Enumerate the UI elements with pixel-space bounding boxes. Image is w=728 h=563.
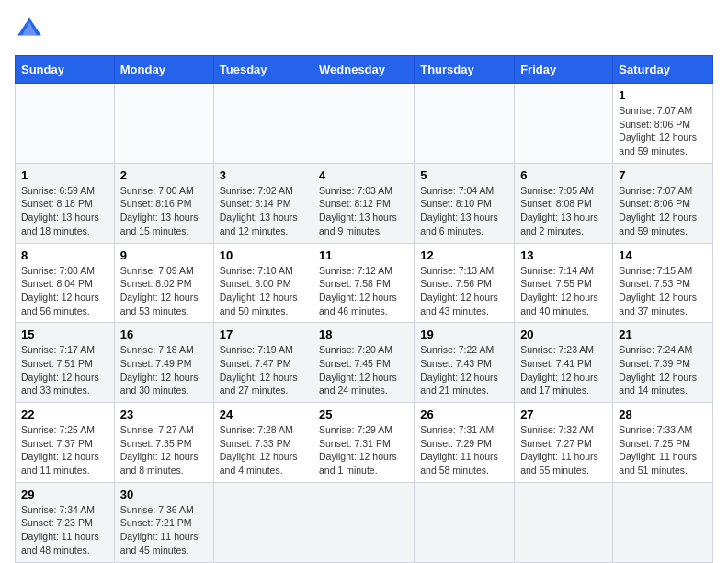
calendar-cell [415, 84, 515, 164]
day-info: Sunrise: 7:14 AMSunset: 7:55 PMDaylight:… [520, 264, 607, 318]
day-number: 2 [120, 168, 208, 182]
day-number: 9 [120, 248, 208, 262]
calendar-cell: 1Sunrise: 7:07 AMSunset: 8:06 PMDaylight… [613, 84, 713, 164]
calendar-cell: 18Sunrise: 7:20 AMSunset: 7:45 PMDayligh… [313, 323, 415, 403]
day-info: Sunrise: 7:19 AMSunset: 7:47 PMDaylight:… [220, 343, 307, 397]
calendar-week-4: 15Sunrise: 7:17 AMSunset: 7:51 PMDayligh… [16, 323, 713, 403]
day-info: Sunrise: 7:27 AMSunset: 7:35 PMDaylight:… [120, 423, 208, 477]
day-number: 30 [120, 488, 208, 501]
day-number: 28 [619, 408, 707, 421]
day-number: 18 [319, 327, 408, 341]
calendar-cell: 25Sunrise: 7:29 AMSunset: 7:31 PMDayligh… [313, 403, 415, 483]
day-number: 3 [220, 168, 307, 182]
day-info: Sunrise: 7:13 AMSunset: 7:56 PMDaylight:… [420, 264, 508, 318]
day-number: 11 [319, 248, 408, 262]
day-info: Sunrise: 7:31 AMSunset: 7:29 PMDaylight:… [420, 423, 508, 477]
col-header-sunday: Sunday [16, 56, 115, 84]
calendar-cell [415, 482, 515, 562]
day-number: 1 [619, 88, 707, 102]
col-header-thursday: Thursday [415, 56, 515, 84]
col-header-wednesday: Wednesday [313, 56, 415, 84]
col-header-friday: Friday [515, 56, 613, 84]
calendar-week-1: 1Sunrise: 7:07 AMSunset: 8:06 PMDaylight… [16, 84, 713, 164]
day-info: Sunrise: 7:22 AMSunset: 7:43 PMDaylight:… [420, 343, 508, 397]
calendar-cell [114, 84, 213, 164]
calendar-cell: 26Sunrise: 7:31 AMSunset: 7:29 PMDayligh… [415, 403, 515, 483]
calendar-cell: 21Sunrise: 7:24 AMSunset: 7:39 PMDayligh… [613, 323, 713, 403]
calendar-cell: 15Sunrise: 7:17 AMSunset: 7:51 PMDayligh… [16, 323, 115, 403]
day-info: Sunrise: 7:29 AMSunset: 7:31 PMDaylight:… [319, 423, 408, 477]
day-number: 19 [420, 327, 508, 341]
day-info: Sunrise: 7:32 AMSunset: 7:27 PMDaylight:… [520, 423, 607, 477]
day-info: Sunrise: 7:34 AMSunset: 7:23 PMDaylight:… [21, 503, 108, 557]
calendar-week-3: 8Sunrise: 7:08 AMSunset: 8:04 PMDaylight… [16, 243, 713, 323]
day-info: Sunrise: 7:20 AMSunset: 7:45 PMDaylight:… [319, 343, 408, 397]
day-info: Sunrise: 7:17 AMSunset: 7:51 PMDaylight:… [21, 343, 108, 397]
day-info: Sunrise: 7:04 AMSunset: 8:10 PMDaylight:… [420, 184, 508, 238]
calendar-cell: 28Sunrise: 7:33 AMSunset: 7:25 PMDayligh… [613, 403, 713, 483]
calendar-cell [313, 84, 415, 164]
calendar-cell: 29Sunrise: 7:34 AMSunset: 7:23 PMDayligh… [16, 482, 115, 562]
calendar-cell: 10Sunrise: 7:10 AMSunset: 8:00 PMDayligh… [213, 243, 313, 323]
calendar-cell: 16Sunrise: 7:18 AMSunset: 7:49 PMDayligh… [114, 323, 213, 403]
logo-icon [15, 15, 44, 44]
calendar-cell: 12Sunrise: 7:13 AMSunset: 7:56 PMDayligh… [415, 243, 515, 323]
calendar-cell: 22Sunrise: 7:25 AMSunset: 7:37 PMDayligh… [16, 403, 115, 483]
day-info: Sunrise: 7:00 AMSunset: 8:16 PMDaylight:… [120, 184, 208, 238]
day-info: Sunrise: 7:36 AMSunset: 7:21 PMDaylight:… [120, 503, 208, 557]
day-info: Sunrise: 7:12 AMSunset: 7:58 PMDaylight:… [319, 264, 408, 318]
calendar-cell [213, 482, 313, 562]
col-header-tuesday: Tuesday [213, 56, 313, 84]
calendar-cell: 19Sunrise: 7:22 AMSunset: 7:43 PMDayligh… [415, 323, 515, 403]
calendar-cell: 1Sunrise: 6:59 AMSunset: 8:18 PMDaylight… [16, 163, 115, 243]
page-header [15, 15, 713, 44]
day-number: 26 [420, 408, 508, 421]
calendar-cell: 11Sunrise: 7:12 AMSunset: 7:58 PMDayligh… [313, 243, 415, 323]
calendar-week-6: 29Sunrise: 7:34 AMSunset: 7:23 PMDayligh… [16, 482, 713, 562]
calendar-cell [515, 482, 613, 562]
day-number: 14 [619, 248, 707, 262]
calendar-cell [613, 482, 713, 562]
day-number: 13 [520, 248, 607, 262]
calendar-cell [213, 84, 313, 164]
calendar-cell [313, 482, 415, 562]
day-number: 1 [21, 168, 108, 182]
calendar-cell: 13Sunrise: 7:14 AMSunset: 7:55 PMDayligh… [515, 243, 613, 323]
calendar-cell: 5Sunrise: 7:04 AMSunset: 8:10 PMDaylight… [415, 163, 515, 243]
calendar-cell: 3Sunrise: 7:02 AMSunset: 8:14 PMDaylight… [213, 163, 313, 243]
calendar-cell: 17Sunrise: 7:19 AMSunset: 7:47 PMDayligh… [213, 323, 313, 403]
day-number: 4 [319, 168, 408, 182]
calendar-cell: 20Sunrise: 7:23 AMSunset: 7:41 PMDayligh… [515, 323, 613, 403]
calendar-week-2: 1Sunrise: 6:59 AMSunset: 8:18 PMDaylight… [16, 163, 713, 243]
col-header-saturday: Saturday [613, 56, 713, 84]
day-number: 5 [420, 168, 508, 182]
day-number: 23 [120, 408, 208, 421]
day-info: Sunrise: 7:07 AMSunset: 8:06 PMDaylight:… [619, 184, 707, 238]
calendar-cell: 7Sunrise: 7:07 AMSunset: 8:06 PMDaylight… [613, 163, 713, 243]
day-number: 7 [619, 168, 707, 182]
day-number: 22 [21, 408, 108, 421]
day-info: Sunrise: 7:25 AMSunset: 7:37 PMDaylight:… [21, 423, 108, 477]
calendar-cell: 9Sunrise: 7:09 AMSunset: 8:02 PMDaylight… [114, 243, 213, 323]
day-info: Sunrise: 7:15 AMSunset: 7:53 PMDaylight:… [619, 264, 707, 318]
calendar-cell: 24Sunrise: 7:28 AMSunset: 7:33 PMDayligh… [213, 403, 313, 483]
calendar-cell: 4Sunrise: 7:03 AMSunset: 8:12 PMDaylight… [313, 163, 415, 243]
day-number: 27 [520, 408, 607, 421]
day-info: Sunrise: 7:24 AMSunset: 7:39 PMDaylight:… [619, 343, 707, 397]
day-info: Sunrise: 7:05 AMSunset: 8:08 PMDaylight:… [520, 184, 607, 238]
calendar-cell: 2Sunrise: 7:00 AMSunset: 8:16 PMDaylight… [114, 163, 213, 243]
day-info: Sunrise: 7:10 AMSunset: 8:00 PMDaylight:… [220, 264, 307, 318]
calendar-cell: 6Sunrise: 7:05 AMSunset: 8:08 PMDaylight… [515, 163, 613, 243]
day-number: 12 [420, 248, 508, 262]
calendar-week-5: 22Sunrise: 7:25 AMSunset: 7:37 PMDayligh… [16, 403, 713, 483]
day-info: Sunrise: 7:08 AMSunset: 8:04 PMDaylight:… [21, 264, 108, 318]
calendar-cell: 23Sunrise: 7:27 AMSunset: 7:35 PMDayligh… [114, 403, 213, 483]
col-header-monday: Monday [114, 56, 213, 84]
day-number: 6 [520, 168, 607, 182]
day-info: Sunrise: 7:02 AMSunset: 8:14 PMDaylight:… [220, 184, 307, 238]
day-info: Sunrise: 7:28 AMSunset: 7:33 PMDaylight:… [220, 423, 307, 477]
day-info: Sunrise: 7:07 AMSunset: 8:06 PMDaylight:… [619, 104, 707, 158]
calendar-table: SundayMondayTuesdayWednesdayThursdayFrid… [15, 55, 713, 563]
day-number: 8 [21, 248, 108, 262]
day-number: 15 [21, 327, 108, 341]
